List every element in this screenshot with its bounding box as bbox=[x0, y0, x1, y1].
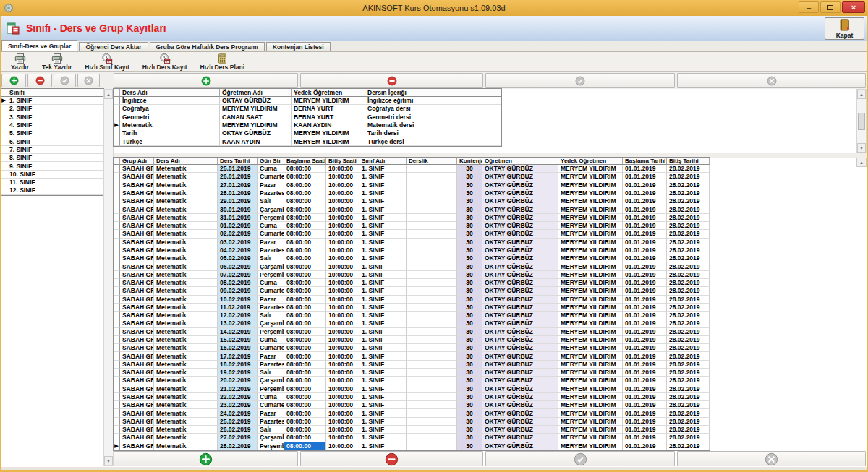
table-row[interactable]: SABAH GRUBUMetematik17.02.2019Pazar08:00… bbox=[114, 352, 710, 360]
group-cell[interactable]: MERYEM YILDIRIM bbox=[558, 336, 623, 344]
group-cell[interactable] bbox=[407, 377, 457, 385]
group-cell[interactable]: 30 bbox=[457, 418, 482, 426]
group-cell[interactable]: 30 bbox=[457, 385, 482, 393]
group-cell[interactable]: 26.01.2019 bbox=[218, 173, 258, 181]
group-cell[interactable]: 30.01.2019 bbox=[218, 205, 258, 213]
group-cell[interactable]: 28.02.2019 bbox=[667, 239, 710, 246]
group-cell[interactable]: Metematik bbox=[154, 287, 218, 295]
table-row[interactable]: SABAH GRUBUMetematik02.02.2019Cumartesi0… bbox=[114, 230, 710, 238]
group-cell[interactable]: 10:00:00 bbox=[326, 197, 359, 205]
group-cell[interactable]: 10:00:00 bbox=[326, 304, 359, 312]
group-cell[interactable] bbox=[407, 344, 457, 352]
group-cell[interactable]: 30 bbox=[457, 377, 482, 385]
table-row[interactable]: TarihOKTAY GÜRBÜZMERYEM YILDIRIMTarih de… bbox=[114, 129, 501, 137]
group-cell[interactable]: SABAH GRUBU bbox=[120, 361, 154, 369]
group-cell[interactable]: 08:00:00 bbox=[284, 279, 326, 287]
table-row[interactable]: İngilizceOKTAY GÜRBÜZMERYEM YILDIRIMİngi… bbox=[114, 97, 501, 105]
group-cell[interactable]: 30 bbox=[457, 246, 482, 254]
group-cell[interactable]: SABAH GRUBU bbox=[120, 352, 154, 360]
group-cell[interactable]: 10:00:00 bbox=[326, 271, 359, 279]
group-cell[interactable]: 01.01.2019 bbox=[623, 312, 667, 319]
group-cell[interactable] bbox=[407, 189, 457, 197]
group-cell[interactable]: SABAH GRUBU bbox=[120, 214, 154, 222]
list-item[interactable]: 5. SINIF bbox=[1, 129, 103, 137]
group-cell[interactable]: OKTAY GÜRBÜZ bbox=[482, 181, 558, 189]
course-cancel-button[interactable] bbox=[677, 73, 866, 88]
group-cell[interactable]: 10:00:00 bbox=[326, 369, 359, 377]
group-cell[interactable]: 04.02.2019 bbox=[218, 246, 258, 254]
group-cell[interactable]: Pazartesi bbox=[258, 304, 284, 312]
group-cell[interactable]: OKTAY GÜRBÜZ bbox=[482, 262, 558, 270]
group-cell[interactable]: MERYEM YILDIRIM bbox=[558, 418, 623, 426]
group-cell[interactable]: 10:00:00 bbox=[326, 328, 359, 336]
course-cell[interactable]: Geometri dersi bbox=[365, 113, 501, 121]
table-row[interactable]: SABAH GRUBUMetematik04.02.2019Pazartesi0… bbox=[114, 246, 710, 254]
group-cell[interactable]: OKTAY GÜRBÜZ bbox=[482, 246, 558, 254]
list-item[interactable]: ▶1. SINIF bbox=[1, 97, 103, 105]
group-cell[interactable]: SABAH GRUBU bbox=[120, 173, 154, 181]
table-row[interactable]: SABAH GRUBUMetematik26.02.2019Salı08:00:… bbox=[114, 426, 710, 434]
group-cell[interactable]: OKTAY GÜRBÜZ bbox=[482, 296, 558, 304]
group-cell[interactable]: 10:00:00 bbox=[326, 205, 359, 213]
tab-ogrenci-ders-aktar[interactable]: Öğrenci Ders Aktar bbox=[79, 42, 148, 51]
group-cell[interactable]: 01.01.2019 bbox=[623, 385, 667, 393]
group-cell[interactable]: 28.02.2019 bbox=[667, 189, 710, 197]
group-cell[interactable]: 01.01.2019 bbox=[623, 336, 667, 344]
list-item[interactable]: 11. SINIF bbox=[1, 179, 103, 186]
group-cell[interactable]: SABAH GRUBU bbox=[120, 377, 154, 385]
group-cell[interactable]: SABAH GRUBU bbox=[120, 271, 154, 279]
group-cell[interactable]: 01.01.2019 bbox=[623, 426, 667, 434]
group-cell[interactable]: SABAH GRUBU bbox=[120, 239, 154, 246]
group-cell[interactable]: Cuma bbox=[258, 279, 284, 287]
group-cell[interactable]: 30 bbox=[457, 434, 482, 442]
group-cell[interactable]: 28.01.2019 bbox=[218, 189, 258, 197]
column-header[interactable]: Kontenjan bbox=[457, 158, 482, 165]
group-cell[interactable]: OKTAY GÜRBÜZ bbox=[482, 312, 558, 319]
group-cell[interactable]: 08:00:00 bbox=[284, 401, 326, 409]
group-cell[interactable]: 08:00:00 bbox=[284, 230, 326, 238]
group-cell[interactable]: SABAH GRUBU bbox=[120, 230, 154, 238]
list-item[interactable]: 7. SINIF bbox=[1, 146, 103, 154]
group-cell[interactable]: MERYEM YILDIRIM bbox=[558, 279, 623, 287]
course-delete-button[interactable] bbox=[300, 73, 483, 88]
group-cell[interactable]: Cuma bbox=[258, 393, 284, 401]
column-header[interactable]: Ders Adı bbox=[154, 158, 218, 165]
group-cell[interactable]: 28.02.2019 bbox=[667, 401, 710, 409]
column-header[interactable]: Öğretmen bbox=[482, 158, 558, 165]
group-cell[interactable]: OKTAY GÜRBÜZ bbox=[482, 328, 558, 336]
group-cell[interactable]: OKTAY GÜRBÜZ bbox=[482, 361, 558, 369]
course-add-button[interactable] bbox=[114, 73, 298, 88]
class-name-cell[interactable]: 10. SINIF bbox=[7, 171, 103, 179]
group-cell[interactable]: OKTAY GÜRBÜZ bbox=[482, 189, 558, 197]
group-cell[interactable]: 28.02.2019 bbox=[667, 426, 710, 434]
group-cell[interactable]: SABAH GRUBU bbox=[120, 205, 154, 213]
group-cell[interactable]: MERYEM YILDIRIM bbox=[558, 271, 623, 279]
group-cell[interactable]: 05.02.2019 bbox=[218, 254, 258, 262]
group-cell[interactable]: SABAH GRUBU bbox=[120, 393, 154, 401]
group-cell[interactable]: 01.01.2019 bbox=[623, 279, 667, 287]
group-cell[interactable]: 1. SINIF bbox=[359, 287, 407, 295]
group-cell[interactable]: 1. SINIF bbox=[359, 239, 407, 246]
group-cell[interactable] bbox=[407, 319, 457, 327]
group-cell[interactable] bbox=[407, 214, 457, 222]
group-cell[interactable] bbox=[407, 336, 457, 344]
group-cell[interactable]: MERYEM YILDIRIM bbox=[558, 434, 623, 442]
group-cell[interactable]: 28.02.2019 bbox=[667, 328, 710, 336]
group-cell[interactable]: Perşembe bbox=[258, 214, 284, 222]
group-cell[interactable]: Metematik bbox=[154, 352, 218, 360]
group-cell[interactable]: 28.02.2019 bbox=[667, 254, 710, 262]
group-cell[interactable]: 08:00:00 bbox=[284, 181, 326, 189]
group-cell[interactable]: 28.02.2019 bbox=[667, 262, 710, 270]
group-cell[interactable]: 30 bbox=[457, 287, 482, 295]
group-cell[interactable]: Metematik bbox=[154, 442, 218, 450]
group-cell[interactable]: 30 bbox=[457, 189, 482, 197]
group-cell[interactable]: Metematik bbox=[154, 312, 218, 319]
column-header[interactable]: Gün Stı bbox=[258, 158, 284, 165]
group-cell[interactable]: 27.02.2019 bbox=[218, 434, 258, 442]
group-cell[interactable]: 30 bbox=[457, 319, 482, 327]
tab-gruba-gore-haftalik-ders-programi[interactable]: Gruba Göre Haftalık Ders Programı bbox=[150, 42, 265, 51]
group-cell[interactable]: 08:00:00 bbox=[284, 246, 326, 254]
group-cell[interactable]: 30 bbox=[457, 239, 482, 246]
group-cell[interactable]: SABAH GRUBU bbox=[120, 409, 154, 417]
scroll-up-button[interactable]: ▲ bbox=[857, 90, 866, 99]
